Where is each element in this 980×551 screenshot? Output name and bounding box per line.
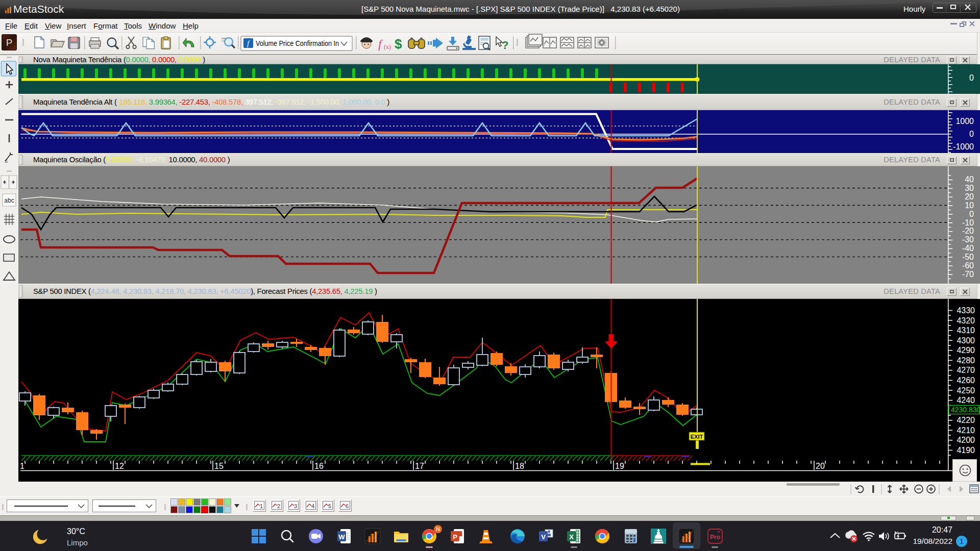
svg-text:4200: 4200 [957, 436, 975, 444]
svg-text:Volume Price Confirmation In: Volume Price Confirmation In [256, 39, 339, 47]
svg-text:-70: -70 [962, 270, 974, 279]
svg-text:5: 5 [328, 503, 331, 509]
svg-text:10: 10 [965, 201, 974, 210]
svg-text:4290: 4290 [957, 346, 975, 355]
svg-text:4250: 4250 [957, 386, 975, 395]
svg-text:Pro: Pro [710, 534, 720, 541]
svg-text:30: 30 [965, 184, 974, 192]
svg-text:V: V [541, 533, 546, 541]
svg-text:20: 20 [965, 192, 974, 201]
svg-text:4190: 4190 [957, 446, 975, 455]
svg-text:1: 1 [20, 462, 24, 470]
svg-text:19: 19 [615, 462, 624, 470]
svg-text:4210: 4210 [957, 426, 975, 435]
svg-text:-40: -40 [962, 244, 974, 253]
svg-text:(x): (x) [384, 43, 391, 51]
svg-text:4280: 4280 [957, 356, 975, 365]
svg-text:-10: -10 [962, 218, 974, 227]
svg-text:6: 6 [346, 503, 349, 509]
svg-text:f: f [378, 37, 383, 51]
svg-text:4330: 4330 [957, 306, 975, 315]
svg-text:15: 15 [214, 462, 224, 470]
svg-text:P: P [6, 37, 13, 48]
svg-text:W: W [338, 533, 345, 541]
svg-text:16: 16 [314, 462, 324, 470]
svg-text:-1000: -1000 [953, 142, 974, 151]
svg-text:EXIT: EXIT [691, 434, 703, 440]
svg-text:0: 0 [969, 210, 974, 218]
svg-text:-30: -30 [962, 235, 974, 244]
svg-text:4230.830: 4230.830 [951, 406, 980, 414]
svg-text:4300: 4300 [957, 336, 975, 345]
svg-text:40: 40 [965, 175, 974, 184]
svg-text:1000: 1000 [955, 117, 974, 126]
svg-text:P: P [453, 533, 457, 541]
svg-text:$: $ [395, 36, 402, 52]
svg-text:4320: 4320 [957, 316, 975, 325]
svg-text:4240: 4240 [957, 396, 975, 405]
svg-text:4310: 4310 [957, 326, 975, 335]
svg-text:18: 18 [515, 462, 524, 470]
svg-text:-20: -20 [962, 227, 974, 235]
svg-text:-60: -60 [962, 261, 974, 270]
svg-text:4: 4 [311, 503, 314, 509]
svg-text:0: 0 [969, 73, 974, 82]
svg-text:12: 12 [115, 462, 124, 470]
svg-text:20: 20 [816, 462, 825, 470]
svg-text:3: 3 [294, 503, 297, 509]
svg-text:-50: -50 [962, 253, 974, 261]
svg-text:2: 2 [277, 503, 280, 509]
svg-text:4220: 4220 [957, 416, 975, 424]
svg-text:abc: abc [4, 197, 14, 204]
svg-text:?: ? [502, 39, 508, 52]
svg-text:17: 17 [415, 462, 424, 470]
svg-text:0: 0 [969, 130, 974, 138]
svg-text:4270: 4270 [957, 366, 975, 374]
svg-text:1: 1 [260, 503, 263, 509]
svg-text:S: S [5, 159, 8, 164]
svg-text:4260: 4260 [957, 376, 975, 385]
svg-text:X: X [569, 533, 574, 541]
